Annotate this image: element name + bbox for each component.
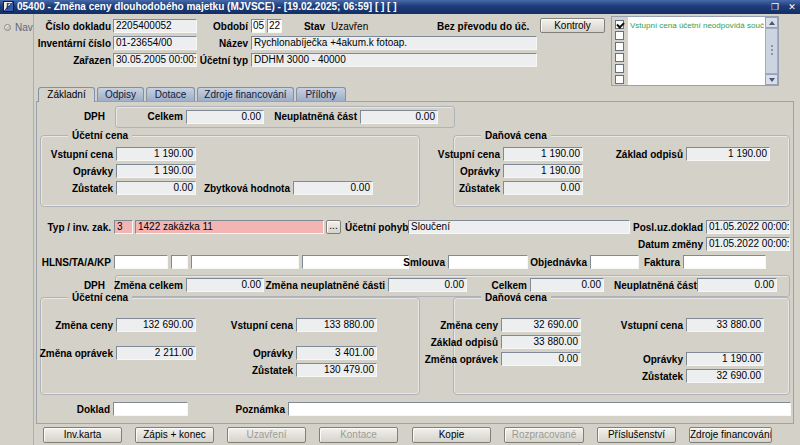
db-vstupni-field[interactable]: 33 880.00 bbox=[686, 318, 764, 332]
ub-zmena-ceny-field[interactable]: 132 690.00 bbox=[116, 318, 196, 332]
prislusenstvi-button[interactable]: Příslušenství bbox=[597, 427, 676, 443]
poznamka-field[interactable] bbox=[288, 402, 791, 416]
kontrola-checkbox-4[interactable] bbox=[615, 53, 624, 62]
danova-cena-top-title: Daňová cena bbox=[481, 130, 551, 142]
db-zmena-ceny-field[interactable]: 32 690.00 bbox=[501, 318, 581, 332]
dt-opravky-field[interactable]: 1 190.00 bbox=[503, 164, 583, 178]
scroll-up-icon[interactable] bbox=[765, 17, 778, 28]
kontrola-checkbox-2[interactable] bbox=[615, 31, 624, 40]
ut-opravky-label: Oprávky bbox=[33, 166, 113, 178]
db-zustatek-field[interactable]: 32 690.00 bbox=[686, 369, 764, 383]
tab-odpisy[interactable]: Odpisy bbox=[97, 87, 144, 101]
db-opravky-field[interactable]: 1 190.00 bbox=[686, 352, 764, 366]
db-vstupni-label: Vstupní cena bbox=[603, 320, 683, 332]
inv-karta-button[interactable]: Inv.karta bbox=[43, 427, 122, 443]
dt-zaklad-label: Základ odpisů bbox=[593, 149, 683, 161]
faktura-field[interactable] bbox=[683, 255, 766, 269]
db-zaklad-field[interactable]: 33 880.00 bbox=[501, 335, 581, 349]
kontrola-checkbox-1[interactable] bbox=[615, 20, 624, 29]
obdobi-mesic-field[interactable]: 05 bbox=[251, 19, 265, 33]
kontrola-checkbox-6[interactable] bbox=[615, 75, 624, 84]
zmena-celkem-field[interactable]: 0.00 bbox=[186, 278, 264, 292]
title-bar: F 05400 - Změna ceny dlouhodobého majetk… bbox=[0, 0, 800, 14]
ub-opravky-field[interactable]: 3 401.00 bbox=[296, 346, 377, 360]
tab-zdroje-financovani[interactable]: Zdroje financování bbox=[197, 87, 294, 101]
dt-zustatek-field[interactable]: 0.00 bbox=[503, 181, 583, 195]
kontroly-button[interactable]: Kontroly bbox=[540, 18, 605, 33]
ut-opravky-field[interactable]: 1 190.00 bbox=[116, 164, 196, 178]
zarazen-label: Zařazen bbox=[30, 55, 111, 67]
mid-celkem-field[interactable]: 0.00 bbox=[530, 278, 604, 292]
ub-zmena-opravek-field[interactable]: 2 211.00 bbox=[116, 346, 196, 360]
dt-zaklad-field[interactable]: 1 190.00 bbox=[686, 147, 770, 161]
obdobi-rok-field[interactable]: 22 bbox=[267, 19, 282, 33]
kontace-button: Kontace bbox=[319, 427, 398, 443]
datum-zmeny-label: Datum změny bbox=[633, 239, 703, 251]
ub-opravky-label: Oprávky bbox=[213, 348, 293, 360]
tab-prilohy[interactable]: Přílohy bbox=[296, 87, 346, 101]
zakazka-lookup-button[interactable]: ... bbox=[326, 220, 341, 234]
ut-zbytkova-field[interactable]: 0.00 bbox=[293, 181, 373, 195]
hlns-field-1[interactable] bbox=[114, 255, 168, 269]
zmena-neuplatnene-field[interactable]: 0.00 bbox=[388, 278, 467, 292]
posl-uz-doklad-field[interactable]: 01.05.2022 00:00:00 bbox=[706, 220, 790, 234]
zakazka-field[interactable]: 1422 zakázka 11 bbox=[135, 220, 324, 234]
dph-top-label: DPH bbox=[55, 111, 105, 123]
dt-vstupni-label: Vstupní cena bbox=[420, 149, 500, 161]
nazev-label: Název bbox=[195, 38, 248, 50]
doklad-field[interactable] bbox=[113, 402, 188, 416]
hlns-field-3[interactable] bbox=[191, 255, 299, 269]
zarazen-field[interactable]: 30.05.2005 00:00:00 bbox=[113, 53, 197, 67]
db-zaklad-label: Základ odpisů bbox=[418, 337, 498, 349]
scrollbar-thumb[interactable] bbox=[765, 28, 778, 74]
dph-celkem-field[interactable]: 0.00 bbox=[186, 110, 264, 124]
nav-radio-icon bbox=[4, 24, 11, 31]
ucetni-cena-top-title: Účetní cena bbox=[68, 130, 132, 142]
cislo-dokladu-field[interactable]: 2205400052 bbox=[113, 19, 197, 33]
mid-neuplatnena-field[interactable]: 0.00 bbox=[697, 278, 777, 292]
ucetni-typ-field[interactable]: DDHM 3000 - 40000 bbox=[251, 53, 537, 67]
dt-vstupni-field[interactable]: 1 190.00 bbox=[503, 147, 583, 161]
list-scrollbar[interactable] bbox=[765, 17, 778, 85]
ub-zustatek-field[interactable]: 130 479.00 bbox=[296, 363, 377, 377]
kopie-button[interactable]: Kopie bbox=[412, 427, 491, 443]
kontrola-checkbox-5[interactable] bbox=[615, 64, 624, 73]
ut-vstupni-field[interactable]: 1 190.00 bbox=[116, 147, 196, 161]
scroll-down-icon[interactable] bbox=[765, 74, 778, 85]
poznamka-label: Poznámka bbox=[205, 404, 285, 416]
ucetni-pohyb-label: Účetní pohyb bbox=[345, 222, 405, 234]
hlns-label: HLNS/TA/A/KP bbox=[31, 257, 111, 269]
typ-field[interactable]: 3 bbox=[114, 220, 133, 234]
ucetni-pohyb-field[interactable]: Sloučení bbox=[408, 220, 630, 234]
nav-sidebar: Nav bbox=[0, 14, 34, 445]
db-zmena-opravek-field[interactable]: 0.00 bbox=[501, 352, 581, 366]
db-opravky-label: Oprávky bbox=[603, 354, 683, 366]
datum-zmeny-field[interactable]: 01.05.2022 00:00:00 bbox=[706, 237, 790, 251]
nazev-field[interactable]: Rychlonabíječka +4akum.k fotoap. bbox=[251, 36, 537, 50]
dph-mid-label: DPH bbox=[55, 280, 105, 292]
inventarni-cislo-field[interactable]: 01-23654/00 bbox=[113, 36, 197, 50]
tab-dotace[interactable]: Dotace bbox=[146, 87, 195, 101]
kontroly-listbox: Vstupní cena účetní neodpovídá součtu př… bbox=[611, 16, 779, 86]
restore-icon[interactable]: ❐ bbox=[769, 2, 781, 13]
dph-neuplatnena-field[interactable]: 0.00 bbox=[360, 110, 438, 124]
smlouva-label: Smlouva bbox=[375, 257, 445, 269]
zapis-konec-button[interactable]: Zápis + konec bbox=[135, 427, 214, 443]
ucetni-typ-label: Účetní typ bbox=[195, 55, 248, 67]
window-title: 05400 - Změna ceny dlouhodobého majetku … bbox=[17, 1, 397, 12]
smlouva-field[interactable] bbox=[448, 255, 528, 269]
ub-vstupni-field[interactable]: 133 880.00 bbox=[296, 318, 377, 332]
stav-label: Stav bbox=[297, 21, 325, 33]
close-icon[interactable]: ✕ bbox=[786, 2, 798, 13]
nav-toggle[interactable]: Nav bbox=[3, 22, 33, 34]
mid-celkem-label: Celkem bbox=[457, 280, 527, 292]
ub-zustatek-label: Zůstatek bbox=[213, 365, 293, 377]
hlns-field-2[interactable] bbox=[171, 255, 188, 269]
rozpracovane-button: Rozpracované bbox=[504, 427, 584, 443]
bez-prevodu-label: Bez převodu do úč. bbox=[437, 21, 507, 33]
danova-cena-bottom-title: Daňová cena bbox=[481, 292, 551, 304]
ut-zustatek-field[interactable]: 0.00 bbox=[116, 181, 196, 195]
zdroje-financovani-button[interactable]: Zdroje financování bbox=[689, 427, 772, 443]
tab-zakladni[interactable]: Základní bbox=[38, 87, 95, 102]
kontrola-checkbox-3[interactable] bbox=[615, 42, 624, 51]
